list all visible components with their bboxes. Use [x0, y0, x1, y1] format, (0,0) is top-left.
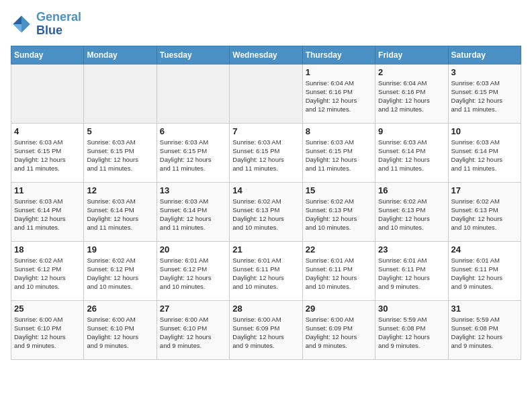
day-number: 29 — [306, 304, 372, 314]
day-info: Sunrise: 6:02 AM Sunset: 6:13 PM Dayligh… — [306, 197, 372, 232]
calendar-cell: 2Sunrise: 6:04 AM Sunset: 6:16 PM Daylig… — [375, 64, 448, 123]
calendar-cell: 24Sunrise: 6:01 AM Sunset: 6:11 PM Dayli… — [448, 241, 521, 300]
day-info: Sunrise: 6:00 AM Sunset: 6:09 PM Dayligh… — [232, 315, 299, 351]
day-number: 16 — [378, 185, 445, 195]
calendar-cell — [11, 64, 84, 123]
day-number: 9 — [378, 126, 445, 136]
weekday-header-friday: Friday — [375, 46, 448, 64]
day-info: Sunrise: 6:00 AM Sunset: 6:10 PM Dayligh… — [87, 315, 153, 351]
day-info: Sunrise: 6:03 AM Sunset: 6:15 PM Dayligh… — [14, 138, 81, 173]
day-number: 26 — [87, 304, 153, 314]
day-info: Sunrise: 6:01 AM Sunset: 6:11 PM Dayligh… — [451, 256, 518, 291]
day-number: 10 — [451, 126, 518, 136]
day-info: Sunrise: 6:00 AM Sunset: 6:10 PM Dayligh… — [14, 315, 81, 351]
calendar-cell: 22Sunrise: 6:01 AM Sunset: 6:11 PM Dayli… — [302, 241, 375, 300]
weekday-header-sunday: Sunday — [11, 46, 84, 64]
day-info: Sunrise: 6:02 AM Sunset: 6:12 PM Dayligh… — [14, 256, 81, 291]
calendar-cell — [84, 64, 157, 123]
calendar-cell: 8Sunrise: 6:03 AM Sunset: 6:15 PM Daylig… — [302, 123, 375, 182]
weekday-header-thursday: Thursday — [302, 46, 375, 64]
day-info: Sunrise: 6:04 AM Sunset: 6:16 PM Dayligh… — [306, 79, 372, 114]
day-info: Sunrise: 6:02 AM Sunset: 6:12 PM Dayligh… — [87, 256, 153, 291]
calendar-cell: 7Sunrise: 6:03 AM Sunset: 6:15 PM Daylig… — [230, 123, 302, 182]
day-info: Sunrise: 6:03 AM Sunset: 6:15 PM Dayligh… — [232, 138, 299, 173]
logo: General Blue — [11, 11, 81, 38]
day-number: 23 — [378, 244, 445, 255]
day-number: 21 — [232, 244, 299, 255]
day-info: Sunrise: 6:01 AM Sunset: 6:11 PM Dayligh… — [306, 256, 372, 291]
calendar-cell: 16Sunrise: 6:02 AM Sunset: 6:13 PM Dayli… — [375, 182, 448, 241]
day-number: 17 — [451, 185, 518, 195]
day-number: 13 — [160, 185, 226, 195]
weekday-header-wednesday: Wednesday — [230, 46, 302, 64]
day-info: Sunrise: 6:03 AM Sunset: 6:14 PM Dayligh… — [14, 197, 81, 232]
day-info: Sunrise: 6:03 AM Sunset: 6:15 PM Dayligh… — [87, 138, 153, 173]
day-number: 1 — [306, 67, 372, 77]
weekday-header-monday: Monday — [84, 46, 157, 64]
day-number: 31 — [451, 304, 518, 314]
calendar-cell: 10Sunrise: 6:03 AM Sunset: 6:14 PM Dayli… — [448, 123, 521, 182]
calendar-cell: 19Sunrise: 6:02 AM Sunset: 6:12 PM Dayli… — [84, 241, 157, 300]
calendar-cell: 30Sunrise: 5:59 AM Sunset: 6:08 PM Dayli… — [375, 300, 448, 359]
day-number: 4 — [14, 126, 81, 136]
day-number: 2 — [378, 67, 445, 77]
calendar-cell: 29Sunrise: 6:00 AM Sunset: 6:09 PM Dayli… — [302, 300, 375, 359]
day-info: Sunrise: 6:01 AM Sunset: 6:11 PM Dayligh… — [378, 256, 445, 291]
calendar-week-row: 4Sunrise: 6:03 AM Sunset: 6:15 PM Daylig… — [11, 123, 521, 182]
calendar-week-row: 11Sunrise: 6:03 AM Sunset: 6:14 PM Dayli… — [11, 182, 521, 241]
calendar-cell: 25Sunrise: 6:00 AM Sunset: 6:10 PM Dayli… — [11, 300, 84, 359]
svg-marker-1 — [13, 15, 21, 24]
day-info: Sunrise: 6:03 AM Sunset: 6:15 PM Dayligh… — [306, 138, 372, 173]
calendar-week-row: 18Sunrise: 6:02 AM Sunset: 6:12 PM Dayli… — [11, 241, 521, 300]
day-number: 19 — [87, 244, 153, 255]
svg-marker-3 — [21, 24, 30, 33]
day-number: 27 — [160, 304, 226, 314]
calendar-cell: 13Sunrise: 6:03 AM Sunset: 6:14 PM Dayli… — [157, 182, 229, 241]
calendar-cell: 20Sunrise: 6:01 AM Sunset: 6:12 PM Dayli… — [157, 241, 229, 300]
weekday-header-row: SundayMondayTuesdayWednesdayThursdayFrid… — [11, 46, 521, 64]
day-number: 25 — [14, 304, 81, 314]
weekday-header-saturday: Saturday — [448, 46, 521, 64]
day-number: 6 — [160, 126, 226, 136]
calendar-cell: 27Sunrise: 6:00 AM Sunset: 6:10 PM Dayli… — [157, 300, 229, 359]
day-number: 20 — [160, 244, 226, 255]
day-info: Sunrise: 6:03 AM Sunset: 6:14 PM Dayligh… — [451, 138, 518, 173]
day-info: Sunrise: 6:00 AM Sunset: 6:09 PM Dayligh… — [306, 315, 372, 351]
day-info: Sunrise: 6:03 AM Sunset: 6:15 PM Dayligh… — [160, 138, 226, 173]
page-header: General Blue — [11, 11, 521, 38]
calendar-cell: 14Sunrise: 6:02 AM Sunset: 6:13 PM Dayli… — [230, 182, 302, 241]
day-info: Sunrise: 6:03 AM Sunset: 6:15 PM Dayligh… — [451, 79, 518, 114]
calendar-cell: 1Sunrise: 6:04 AM Sunset: 6:16 PM Daylig… — [302, 64, 375, 123]
calendar-cell: 4Sunrise: 6:03 AM Sunset: 6:15 PM Daylig… — [11, 123, 84, 182]
day-info: Sunrise: 5:59 AM Sunset: 6:08 PM Dayligh… — [451, 315, 518, 351]
calendar-cell: 6Sunrise: 6:03 AM Sunset: 6:15 PM Daylig… — [157, 123, 229, 182]
calendar-cell: 18Sunrise: 6:02 AM Sunset: 6:12 PM Dayli… — [11, 241, 84, 300]
calendar-cell: 28Sunrise: 6:00 AM Sunset: 6:09 PM Dayli… — [230, 300, 302, 359]
day-number: 14 — [232, 185, 299, 195]
calendar-cell: 12Sunrise: 6:03 AM Sunset: 6:14 PM Dayli… — [84, 182, 157, 241]
day-number: 11 — [14, 185, 81, 195]
day-info: Sunrise: 6:02 AM Sunset: 6:13 PM Dayligh… — [232, 197, 299, 232]
calendar-cell — [157, 64, 229, 123]
calendar-cell: 17Sunrise: 6:02 AM Sunset: 6:13 PM Dayli… — [448, 182, 521, 241]
day-number: 30 — [378, 304, 445, 314]
day-number: 28 — [232, 304, 299, 314]
calendar-week-row: 25Sunrise: 6:00 AM Sunset: 6:10 PM Dayli… — [11, 300, 521, 359]
calendar-cell: 5Sunrise: 6:03 AM Sunset: 6:15 PM Daylig… — [84, 123, 157, 182]
logo-icon — [11, 13, 32, 35]
calendar-cell: 9Sunrise: 6:03 AM Sunset: 6:14 PM Daylig… — [375, 123, 448, 182]
calendar-cell — [230, 64, 302, 123]
calendar-cell: 11Sunrise: 6:03 AM Sunset: 6:14 PM Dayli… — [11, 182, 84, 241]
day-number: 12 — [87, 185, 153, 195]
day-number: 22 — [306, 244, 372, 255]
day-info: Sunrise: 6:01 AM Sunset: 6:11 PM Dayligh… — [232, 256, 299, 291]
day-number: 18 — [14, 244, 81, 255]
svg-marker-2 — [13, 24, 21, 33]
day-info: Sunrise: 6:00 AM Sunset: 6:10 PM Dayligh… — [160, 315, 226, 351]
logo-text: General Blue — [36, 11, 81, 38]
day-info: Sunrise: 6:01 AM Sunset: 6:12 PM Dayligh… — [160, 256, 226, 291]
day-info: Sunrise: 6:02 AM Sunset: 6:13 PM Dayligh… — [378, 197, 445, 232]
day-info: Sunrise: 6:04 AM Sunset: 6:16 PM Dayligh… — [378, 79, 445, 114]
calendar-cell: 21Sunrise: 6:01 AM Sunset: 6:11 PM Dayli… — [230, 241, 302, 300]
calendar-table: SundayMondayTuesdayWednesdayThursdayFrid… — [11, 46, 521, 360]
